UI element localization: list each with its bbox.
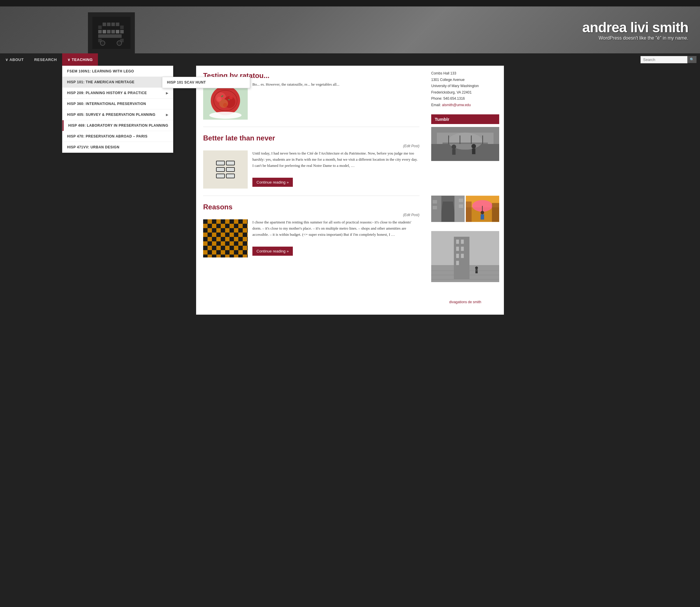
contact-university: University of Mary Washington xyxy=(431,83,499,89)
contact-email-link[interactable]: alsmith@umw.edu xyxy=(442,103,471,107)
svg-rect-40 xyxy=(452,149,456,154)
post-image-reasons xyxy=(203,219,248,257)
search-button[interactable]: 🔍 xyxy=(687,56,697,63)
chevron-right-icon-209: ▶ xyxy=(166,91,169,95)
glass-frame-2 xyxy=(226,161,235,165)
edit-post-better-late[interactable]: (Edit Post) xyxy=(203,144,420,148)
svg-rect-65 xyxy=(461,239,464,244)
continue-reading-button-1[interactable]: Continue reading » xyxy=(252,178,293,187)
post-reasons: Reasons (Edit Post) I chose the apartmen… xyxy=(203,203,420,265)
nav-search: 🔍 xyxy=(640,56,700,63)
svg-rect-35 xyxy=(448,135,449,144)
svg-rect-67 xyxy=(461,247,464,251)
svg-rect-59 xyxy=(492,203,499,222)
svg-rect-11 xyxy=(116,30,119,34)
tumblr-grid xyxy=(431,126,499,298)
post-image-better-late xyxy=(203,150,248,189)
contact-widget: Combs Hall 133 1301 College Avenue Unive… xyxy=(431,70,499,108)
tumblr-image-alley[interactable] xyxy=(431,195,465,229)
site-title: andrea livi smith xyxy=(582,19,688,36)
svg-point-17 xyxy=(117,41,122,45)
teaching-dropdown: FSEM 100N1: LEARNING WITH LEGO HISP 101:… xyxy=(62,66,173,153)
svg-rect-3 xyxy=(107,23,110,26)
svg-rect-68 xyxy=(456,254,459,258)
svg-rect-70 xyxy=(456,261,459,265)
svg-point-24 xyxy=(217,97,221,102)
contact-email: Email: alsmith@umw.edu xyxy=(431,102,499,108)
continue-reading-button-2[interactable]: Continue reading » xyxy=(252,247,293,256)
svg-point-25 xyxy=(229,96,233,99)
glass-frame-6 xyxy=(226,173,235,178)
site-header: andrea livi smith WordPress doesn't like… xyxy=(0,6,700,54)
svg-rect-4 xyxy=(111,23,115,26)
nav-item-about[interactable]: ∨ ABOUT xyxy=(0,54,29,66)
dropdown-item-hisp469[interactable]: HISP 469: LABORATORY IN PRESERVATION PLA… xyxy=(62,120,173,131)
svg-rect-37 xyxy=(471,135,472,144)
glasses-row-3 xyxy=(216,173,235,178)
svg-point-71 xyxy=(475,266,478,269)
svg-rect-5 xyxy=(116,23,119,26)
svg-point-41 xyxy=(471,144,476,148)
post-text-reasons: I chose the apartment I'm renting this s… xyxy=(252,219,420,256)
dropdown-item-fsem[interactable]: FSEM 100N1: LEARNING WITH LEGO xyxy=(62,66,173,77)
contact-info: Combs Hall 133 1301 College Avenue Unive… xyxy=(431,70,499,108)
nav-left: ∨ ABOUT RESEARCH ∨ TEACHING FSEM 100N1: … xyxy=(0,54,98,66)
svg-rect-51 xyxy=(459,204,463,208)
svg-rect-49 xyxy=(433,206,437,209)
dropdown-item-hisp405[interactable]: HISP 405: SURVEY & PRESERVATION PLANNING… xyxy=(62,109,173,120)
tumblr-image-building[interactable] xyxy=(431,230,499,298)
tumblr-image-cafe[interactable] xyxy=(431,126,499,194)
svg-point-56 xyxy=(481,211,484,214)
pattern-image xyxy=(203,219,248,257)
header-decoration xyxy=(88,12,135,54)
submenu-item-scav-hunt[interactable]: HISP 101 SCAV HUNT xyxy=(163,77,250,88)
sidebar: Combs Hall 133 1301 College Avenue Unive… xyxy=(426,66,504,315)
dropdown-item-hisp360[interactable]: HISP 360: INTERNATIONAL PRESERVATION xyxy=(62,99,173,109)
post-title-reasons: Reasons xyxy=(203,203,420,211)
svg-point-16 xyxy=(100,41,105,45)
post-title-better-late: Better late than never xyxy=(203,134,420,142)
svg-rect-10 xyxy=(111,30,115,34)
svg-rect-69 xyxy=(461,254,464,258)
svg-rect-7 xyxy=(98,30,102,34)
post-body-better-late: Until today, I had never been to the Cit… xyxy=(203,150,420,189)
tumblr-widget: Tumblr xyxy=(431,114,499,304)
nav-item-teaching[interactable]: ∨ TEACHING FSEM 100N1: LEARNING WITH LEG… xyxy=(62,54,98,66)
post-better-late: Better late than never (Edit Post) xyxy=(203,134,420,196)
svg-rect-6 xyxy=(120,25,124,29)
site-tagline: WordPress doesn't like the "é" in my nam… xyxy=(582,36,688,41)
contact-location: Combs Hall 133 xyxy=(431,70,499,77)
svg-rect-58 xyxy=(466,202,472,222)
svg-rect-1 xyxy=(98,25,102,29)
svg-point-39 xyxy=(452,144,456,149)
svg-point-26 xyxy=(223,103,227,107)
glasses-row-2 xyxy=(216,167,235,172)
dropdown-item-hisp470[interactable]: HISP 470: PRESERVATION ABROAD – PARIS xyxy=(62,131,173,142)
tumblr-image-colorful[interactable] xyxy=(466,195,499,229)
tumblr-widget-title: Tumblr xyxy=(431,114,499,124)
dropdown-item-hisp101[interactable]: HISP 101: THE AMERICAN HERITAGE ▶ HISP 1… xyxy=(62,77,173,88)
glasses-row-1 xyxy=(216,161,235,165)
glass-frame-5 xyxy=(216,173,225,178)
nav-item-research[interactable]: RESEARCH xyxy=(29,54,62,66)
svg-rect-2 xyxy=(103,23,106,26)
post-body-reasons: I chose the apartment I'm renting this s… xyxy=(203,219,420,257)
svg-rect-8 xyxy=(103,30,106,34)
glass-frame-1 xyxy=(216,161,225,165)
contact-city: Fredericksburg, VA 22401 xyxy=(431,89,499,96)
glass-frame-4 xyxy=(226,167,235,172)
search-input[interactable] xyxy=(640,56,687,63)
chevron-right-icon-405: ▶ xyxy=(166,113,169,117)
content-area: Testing by ratatou... xyxy=(196,66,426,315)
site-header-text: andrea livi smith WordPress doesn't like… xyxy=(582,19,688,41)
svg-rect-12 xyxy=(120,30,124,34)
tumblr-link[interactable]: divagations de smith xyxy=(431,300,499,304)
dropdown-item-hisp471[interactable]: HISP 471VV: URBAN DESIGN xyxy=(62,142,173,152)
post-text-testing: Bo... es. However, the ratatouille, re..… xyxy=(252,82,420,88)
main-wrapper: Testing by ratatou... xyxy=(196,66,504,315)
top-bar xyxy=(0,0,700,6)
edit-post-reasons[interactable]: (Edit Post) xyxy=(203,213,420,217)
svg-rect-48 xyxy=(433,200,437,204)
dropdown-item-hisp209[interactable]: HISP 209: PLANNING HISTORY & PRACTICE ▶ xyxy=(62,88,173,99)
svg-rect-64 xyxy=(456,239,459,244)
